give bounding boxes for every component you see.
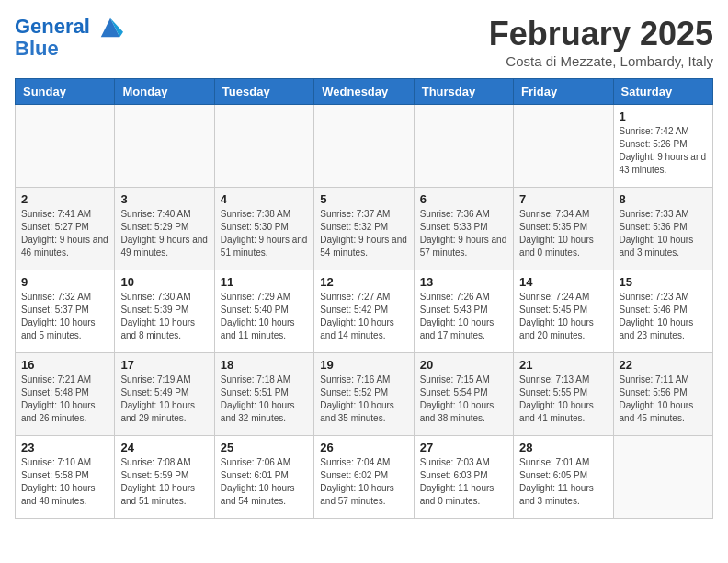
- day-info: Sunrise: 7:26 AM Sunset: 5:43 PM Dayligh…: [420, 291, 507, 342]
- calendar-cell: 24Sunrise: 7:08 AM Sunset: 5:59 PM Dayli…: [115, 436, 214, 519]
- day-number: 16: [21, 358, 108, 372]
- calendar-cell: [16, 105, 115, 188]
- calendar-cell: 6Sunrise: 7:36 AM Sunset: 5:33 PM Daylig…: [414, 188, 513, 270]
- calendar-cell: 11Sunrise: 7:29 AM Sunset: 5:40 PM Dayli…: [214, 270, 313, 353]
- day-number: 22: [620, 358, 707, 372]
- calendar-cell: 18Sunrise: 7:18 AM Sunset: 5:51 PM Dayli…: [214, 353, 313, 436]
- calendar-cell: [613, 436, 712, 519]
- weekday-header: Thursday: [414, 79, 513, 105]
- calendar-week-row: 2Sunrise: 7:41 AM Sunset: 5:27 PM Daylig…: [16, 188, 713, 270]
- day-info: Sunrise: 7:37 AM Sunset: 5:32 PM Dayligh…: [320, 208, 407, 259]
- calendar-cell: 26Sunrise: 7:04 AM Sunset: 6:02 PM Dayli…: [314, 436, 414, 519]
- calendar-header-row: SundayMondayTuesdayWednesdayThursdayFrid…: [16, 79, 713, 105]
- day-info: Sunrise: 7:34 AM Sunset: 5:35 PM Dayligh…: [519, 208, 607, 259]
- day-info: Sunrise: 7:33 AM Sunset: 5:36 PM Dayligh…: [620, 208, 707, 259]
- calendar-week-row: 23Sunrise: 7:10 AM Sunset: 5:58 PM Dayli…: [16, 436, 713, 519]
- logo-icon: [97, 15, 123, 40]
- calendar-table: SundayMondayTuesdayWednesdayThursdayFrid…: [15, 78, 713, 519]
- calendar-week-row: 1Sunrise: 7:42 AM Sunset: 5:26 PM Daylig…: [16, 105, 713, 188]
- day-info: Sunrise: 7:08 AM Sunset: 5:59 PM Dayligh…: [120, 456, 208, 508]
- calendar-cell: 15Sunrise: 7:23 AM Sunset: 5:46 PM Dayli…: [613, 270, 712, 353]
- day-info: Sunrise: 7:01 AM Sunset: 6:05 PM Dayligh…: [519, 456, 607, 508]
- day-number: 4: [221, 192, 308, 206]
- location: Costa di Mezzate, Lombardy, Italy: [489, 53, 713, 69]
- weekday-header: Monday: [115, 79, 214, 105]
- calendar-cell: 8Sunrise: 7:33 AM Sunset: 5:36 PM Daylig…: [613, 188, 712, 270]
- day-number: 23: [21, 441, 108, 454]
- day-info: Sunrise: 7:10 AM Sunset: 5:58 PM Dayligh…: [21, 456, 108, 508]
- month-title: February 2025: [489, 15, 713, 53]
- calendar-cell: 4Sunrise: 7:38 AM Sunset: 5:30 PM Daylig…: [214, 188, 313, 270]
- day-info: Sunrise: 7:16 AM Sunset: 5:52 PM Dayligh…: [320, 373, 407, 425]
- calendar-cell: 13Sunrise: 7:26 AM Sunset: 5:43 PM Dayli…: [414, 270, 513, 353]
- day-number: 6: [420, 192, 507, 206]
- calendar-cell: 19Sunrise: 7:16 AM Sunset: 5:52 PM Dayli…: [314, 353, 414, 436]
- logo: General Blue: [15, 15, 123, 61]
- calendar-cell: 2Sunrise: 7:41 AM Sunset: 5:27 PM Daylig…: [16, 188, 115, 270]
- day-info: Sunrise: 7:03 AM Sunset: 6:03 PM Dayligh…: [420, 456, 507, 508]
- calendar-cell: 25Sunrise: 7:06 AM Sunset: 6:01 PM Dayli…: [214, 436, 313, 519]
- calendar-cell: 9Sunrise: 7:32 AM Sunset: 5:37 PM Daylig…: [16, 270, 115, 353]
- day-info: Sunrise: 7:42 AM Sunset: 5:26 PM Dayligh…: [620, 125, 707, 177]
- title-block: February 2025 Costa di Mezzate, Lombardy…: [489, 15, 713, 69]
- day-number: 1: [620, 109, 707, 123]
- weekday-header: Sunday: [16, 79, 115, 105]
- weekday-header: Tuesday: [214, 79, 313, 105]
- calendar-cell: 20Sunrise: 7:15 AM Sunset: 5:54 PM Dayli…: [414, 353, 513, 436]
- day-number: 8: [620, 192, 707, 206]
- day-number: 10: [120, 275, 208, 289]
- day-number: 21: [519, 358, 607, 372]
- day-number: 13: [420, 275, 507, 289]
- calendar-cell: 27Sunrise: 7:03 AM Sunset: 6:03 PM Dayli…: [414, 436, 513, 519]
- calendar-cell: 17Sunrise: 7:19 AM Sunset: 5:49 PM Dayli…: [115, 353, 214, 436]
- weekday-header: Wednesday: [314, 79, 414, 105]
- day-number: 7: [519, 192, 607, 206]
- day-info: Sunrise: 7:29 AM Sunset: 5:40 PM Dayligh…: [221, 291, 308, 342]
- day-info: Sunrise: 7:36 AM Sunset: 5:33 PM Dayligh…: [420, 208, 507, 259]
- day-info: Sunrise: 7:15 AM Sunset: 5:54 PM Dayligh…: [420, 373, 507, 425]
- weekday-header: Saturday: [613, 79, 712, 105]
- calendar-cell: 3Sunrise: 7:40 AM Sunset: 5:29 PM Daylig…: [115, 188, 214, 270]
- calendar-cell: 1Sunrise: 7:42 AM Sunset: 5:26 PM Daylig…: [613, 105, 712, 188]
- day-info: Sunrise: 7:24 AM Sunset: 5:45 PM Dayligh…: [519, 291, 607, 342]
- calendar-cell: 23Sunrise: 7:10 AM Sunset: 5:58 PM Dayli…: [16, 436, 115, 519]
- calendar-cell: 14Sunrise: 7:24 AM Sunset: 5:45 PM Dayli…: [514, 270, 613, 353]
- day-number: 20: [420, 358, 507, 372]
- calendar-cell: [115, 105, 214, 188]
- day-info: Sunrise: 7:38 AM Sunset: 5:30 PM Dayligh…: [221, 208, 308, 259]
- day-info: Sunrise: 7:18 AM Sunset: 5:51 PM Dayligh…: [221, 373, 308, 425]
- day-number: 11: [221, 275, 308, 289]
- day-number: 25: [221, 441, 308, 454]
- day-number: 12: [320, 275, 407, 289]
- day-number: 2: [21, 192, 108, 206]
- calendar-cell: 10Sunrise: 7:30 AM Sunset: 5:39 PM Dayli…: [115, 270, 214, 353]
- calendar-week-row: 16Sunrise: 7:21 AM Sunset: 5:48 PM Dayli…: [16, 353, 713, 436]
- day-number: 18: [221, 358, 308, 372]
- day-info: Sunrise: 7:06 AM Sunset: 6:01 PM Dayligh…: [221, 456, 308, 508]
- day-number: 14: [519, 275, 607, 289]
- day-number: 3: [120, 192, 208, 206]
- calendar-cell: 22Sunrise: 7:11 AM Sunset: 5:56 PM Dayli…: [613, 353, 712, 436]
- day-info: Sunrise: 7:23 AM Sunset: 5:46 PM Dayligh…: [620, 291, 707, 342]
- day-number: 17: [120, 358, 208, 372]
- calendar-cell: 16Sunrise: 7:21 AM Sunset: 5:48 PM Dayli…: [16, 353, 115, 436]
- day-number: 26: [320, 441, 407, 454]
- calendar-cell: [314, 105, 414, 188]
- day-info: Sunrise: 7:41 AM Sunset: 5:27 PM Dayligh…: [21, 208, 108, 259]
- calendar-cell: 5Sunrise: 7:37 AM Sunset: 5:32 PM Daylig…: [314, 188, 414, 270]
- day-info: Sunrise: 7:04 AM Sunset: 6:02 PM Dayligh…: [320, 456, 407, 508]
- calendar-cell: 28Sunrise: 7:01 AM Sunset: 6:05 PM Dayli…: [514, 436, 613, 519]
- day-info: Sunrise: 7:27 AM Sunset: 5:42 PM Dayligh…: [320, 291, 407, 342]
- day-info: Sunrise: 7:19 AM Sunset: 5:49 PM Dayligh…: [120, 373, 208, 425]
- day-number: 19: [320, 358, 407, 372]
- day-info: Sunrise: 7:13 AM Sunset: 5:55 PM Dayligh…: [519, 373, 607, 425]
- day-number: 5: [320, 192, 407, 206]
- calendar-cell: 12Sunrise: 7:27 AM Sunset: 5:42 PM Dayli…: [314, 270, 414, 353]
- day-number: 28: [519, 441, 607, 454]
- calendar-cell: 7Sunrise: 7:34 AM Sunset: 5:35 PM Daylig…: [514, 188, 613, 270]
- calendar-cell: [414, 105, 513, 188]
- calendar-cell: 21Sunrise: 7:13 AM Sunset: 5:55 PM Dayli…: [514, 353, 613, 436]
- calendar-week-row: 9Sunrise: 7:32 AM Sunset: 5:37 PM Daylig…: [16, 270, 713, 353]
- calendar-cell: [214, 105, 313, 188]
- day-info: Sunrise: 7:32 AM Sunset: 5:37 PM Dayligh…: [21, 291, 108, 342]
